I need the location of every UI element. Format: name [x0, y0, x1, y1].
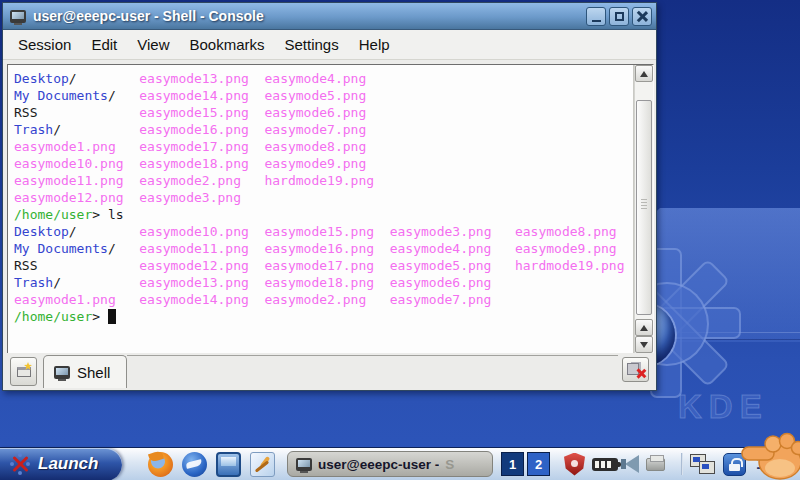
- terminal-text: RSS: [14, 105, 139, 120]
- terminal-line: easymode1.png easymode14.png easymode2.p…: [14, 291, 631, 308]
- grip-icon: [641, 199, 647, 209]
- arrow-down-icon: [640, 342, 648, 348]
- security-shield-icon[interactable]: [564, 453, 585, 476]
- terminal-line: easymode10.png easymode18.png easymode9.…: [14, 155, 631, 172]
- volume-icon[interactable]: [625, 455, 639, 473]
- new-session-button[interactable]: [10, 357, 37, 386]
- terminal-text: easymode12.png: [139, 258, 264, 273]
- minimize-icon: [592, 20, 601, 22]
- terminal-text: /: [53, 122, 139, 137]
- terminal-text: easymode12.png: [14, 190, 139, 205]
- tab-shell[interactable]: Shell: [43, 355, 127, 388]
- minimize-button[interactable]: [586, 7, 606, 26]
- taskbar-window-label: user@eeepc-user -: [318, 457, 439, 472]
- terminal-line: Desktop/ easymode13.png easymode4.png: [14, 70, 631, 87]
- battery-icon[interactable]: [592, 458, 618, 471]
- terminal-text: /: [53, 275, 139, 290]
- system-tray: [564, 453, 746, 476]
- pager-desktop-1[interactable]: 1: [501, 452, 524, 476]
- clock[interactable]: 15:7: [756, 455, 792, 473]
- display-icon[interactable]: [216, 452, 241, 477]
- taskbar: Launch user@eeepc-user - S 12 15:7: [0, 447, 800, 480]
- terminal-output[interactable]: Desktop/ easymode13.png easymode4.pngMy …: [8, 65, 634, 353]
- tabbar: Shell: [5, 353, 654, 388]
- terminal-text: /home/user: [14, 207, 92, 222]
- terminal-text: hardmode19.png: [264, 173, 374, 188]
- menu-edit[interactable]: Edit: [82, 33, 126, 56]
- close-session-icon: [636, 369, 645, 378]
- terminal-text: /: [108, 241, 139, 256]
- scrollbar-thumb[interactable]: [636, 100, 652, 315]
- maximize-button[interactable]: [609, 7, 629, 26]
- terminal-line: easymode11.png easymode2.png hardmode19.…: [14, 172, 631, 189]
- terminal-text: Trash: [14, 122, 53, 137]
- titlebar[interactable]: user@eeepc-user - Shell - Console: [3, 3, 656, 30]
- terminal-text: Desktop: [14, 71, 69, 86]
- close-button[interactable]: [632, 7, 652, 26]
- terminal-text: easymode2.png: [264, 292, 389, 307]
- menu-settings[interactable]: Settings: [276, 33, 348, 56]
- terminal-text: hardmode19.png: [515, 258, 625, 273]
- terminal-icon: [10, 10, 26, 23]
- terminal-text: easymode5.png: [264, 88, 366, 103]
- terminal-text: /: [108, 88, 139, 103]
- network-icon[interactable]: [690, 453, 716, 475]
- terminal-text: RSS: [14, 258, 139, 273]
- terminal-text: easymode8.png: [515, 224, 617, 239]
- terminal-text: easymode4.png: [390, 241, 515, 256]
- menu-view[interactable]: View: [128, 33, 178, 56]
- arrow-up-icon: [640, 325, 648, 331]
- menu-session[interactable]: Session: [9, 33, 80, 56]
- terminal-text: easymode14.png: [139, 88, 264, 103]
- terminal-text: easymode6.png: [390, 275, 492, 290]
- launch-label: Launch: [38, 454, 98, 474]
- scroll-down-button[interactable]: [635, 336, 653, 353]
- terminal-icon: [296, 458, 312, 471]
- terminal-text: easymode6.png: [264, 105, 366, 120]
- terminal-text: /: [69, 224, 139, 239]
- terminal-line: My Documents/ easymode11.png easymode16.…: [14, 240, 631, 257]
- terminal-text: easymode16.png: [264, 241, 389, 256]
- close-session-button[interactable]: [622, 357, 649, 382]
- scroll-up-button[interactable]: [635, 65, 653, 82]
- launch-button[interactable]: Launch: [0, 448, 122, 480]
- terminal-icon: [54, 366, 70, 379]
- divider: [681, 453, 683, 475]
- terminal-text: easymode4.png: [264, 71, 366, 86]
- kde-watermark: KDE: [678, 388, 769, 426]
- terminal-line: RSS easymode12.png easymode17.png easymo…: [14, 257, 631, 274]
- menu-help[interactable]: Help: [350, 33, 399, 56]
- terminal-line: /home/user>: [14, 308, 631, 325]
- terminal-line: Desktop/ easymode10.png easymode15.png e…: [14, 223, 631, 240]
- window-title: user@eeepc-user - Shell - Console: [33, 8, 583, 24]
- terminal-line: My Documents/ easymode14.png easymode5.p…: [14, 87, 631, 104]
- terminal-line: RSS easymode15.png easymode6.png: [14, 104, 631, 121]
- terminal-text: easymode1.png: [14, 292, 139, 307]
- terminal-text: easymode7.png: [264, 122, 366, 137]
- taskbar-window-button[interactable]: user@eeepc-user - S: [287, 451, 493, 477]
- pager-desktop-2[interactable]: 2: [527, 452, 550, 476]
- arrow-up-icon: [640, 71, 648, 77]
- launcher-icon: [10, 454, 30, 474]
- terminal-text: easymode11.png: [139, 241, 264, 256]
- screen-lock-icon[interactable]: [723, 453, 746, 476]
- menu-bookmarks[interactable]: Bookmarks: [180, 33, 273, 56]
- terminal-text: easymode15.png: [139, 105, 264, 120]
- terminal-text: easymode3.png: [390, 224, 515, 239]
- terminal-text: >: [92, 309, 108, 324]
- scroll-up-button-2[interactable]: [635, 319, 653, 336]
- terminal-text: My Documents: [14, 88, 108, 103]
- terminal-text: easymode7.png: [390, 292, 492, 307]
- scrollbar-track[interactable]: [635, 82, 653, 319]
- firefox-icon[interactable]: [148, 452, 173, 477]
- notes-icon[interactable]: [250, 452, 275, 477]
- terminal-text: easymode3.png: [139, 190, 241, 205]
- terminal-text: easymode13.png: [139, 275, 264, 290]
- terminal-text: easymode14.png: [139, 292, 264, 307]
- taskbar-window-label-truncated: S: [445, 457, 454, 472]
- scrollbar[interactable]: [634, 65, 653, 353]
- printer-icon[interactable]: [646, 458, 665, 471]
- terminal-text: My Documents: [14, 241, 108, 256]
- mail-icon[interactable]: [182, 452, 207, 477]
- terminal-line: /home/user> ls: [14, 206, 631, 223]
